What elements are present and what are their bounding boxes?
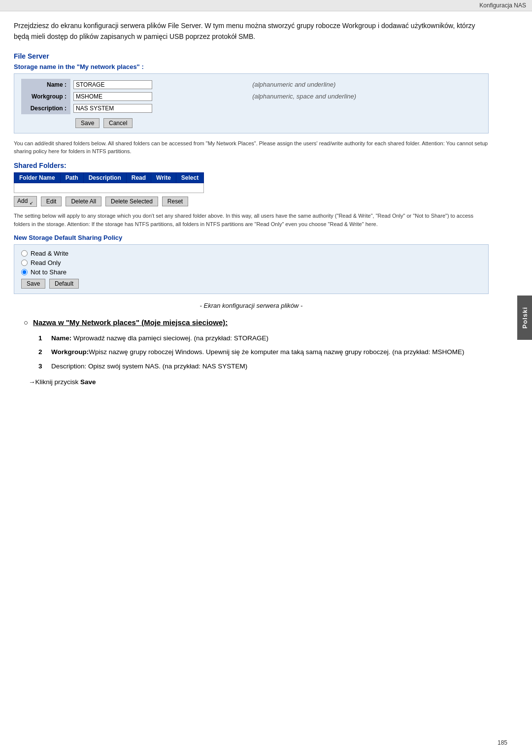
main-heading-text: Nazwa w "My Network places" (Moje miejsc…	[33, 318, 228, 327]
workgroup-input[interactable]	[73, 92, 152, 101]
policy-heading: New Storage Default Sharing Policy	[14, 234, 489, 241]
add-arrow-icon: ↙	[30, 200, 33, 205]
name-hint: (alphanumeric and underline)	[249, 79, 481, 91]
radio-read-only-input[interactable]	[21, 260, 28, 266]
shared-folders-heading: Shared Folders:	[14, 162, 489, 169]
radio-not-to-share: Not to Share	[21, 268, 481, 276]
info-text: You can add/edit shared folders below. A…	[14, 139, 489, 156]
instruction-list: 1 Name: Wprowadź nazwę dla pamięci sieci…	[24, 333, 479, 371]
side-label-wrapper: Polski	[517, 296, 532, 340]
save-button[interactable]: Save	[75, 118, 100, 128]
radio-not-to-share-label: Not to Share	[31, 268, 66, 276]
form-row-name: Name : (alphanumeric and underline)	[21, 79, 481, 91]
policy-btn-row: Save Default	[21, 279, 481, 289]
caption: - Ekran konfiguracji serwera plików -	[14, 302, 489, 309]
list-num-2: 2	[38, 347, 46, 357]
file-server-heading: File Server	[14, 52, 489, 60]
action-row: Add ↙ Edit Delete All Delete Selected Re…	[14, 196, 489, 207]
top-bar: Konfiguracja NAS	[0, 0, 532, 11]
list-item-2: 2 Workgroup:Wpisz nazwę grupy roboczej W…	[38, 347, 479, 357]
edit-button[interactable]: Edit	[41, 197, 62, 206]
add-button[interactable]: Add ↙	[14, 196, 37, 207]
list-item-1: 1 Name: Wprowadź nazwę dla pamięci sieci…	[38, 333, 479, 343]
radio-not-to-share-input[interactable]	[21, 269, 28, 275]
instructions: ○ Nazwa w "My Network places" (Moje miej…	[14, 318, 489, 386]
intro-text: Przejdziesz do ekranu konfiguracji serwe…	[14, 20, 489, 42]
top-bar-title: Konfiguracja NAS	[479, 2, 526, 9]
name-input[interactable]	[73, 80, 152, 89]
list-text-1: Name: Wprowadź nazwę dla pamięci sieciow…	[51, 333, 268, 343]
radio-read-write-input[interactable]	[21, 250, 28, 257]
col-write: Write	[151, 172, 176, 183]
cancel-button[interactable]: Cancel	[103, 118, 133, 128]
workgroup-hint: (alphanumeric, space and underline)	[249, 91, 481, 102]
list-num-3: 3	[38, 362, 46, 371]
circle-bullet-icon: ○	[24, 318, 28, 327]
list-num-1: 1	[38, 333, 46, 343]
delete-all-button[interactable]: Delete All	[66, 197, 101, 206]
col-read: Read	[126, 172, 151, 183]
description-input[interactable]	[73, 104, 152, 113]
reset-button[interactable]: Reset	[162, 197, 188, 206]
main-heading: ○ Nazwa w "My Network places" (Moje miej…	[24, 318, 479, 327]
col-path: Path	[60, 172, 83, 183]
table-header-row: Folder Name Path Description Read Write …	[14, 172, 204, 183]
radio-read-only-label: Read Only	[31, 259, 61, 266]
table-empty-row	[14, 183, 204, 193]
list-text-3: Description: Opisz swój system NAS. (na …	[51, 362, 247, 371]
main-content: Przejdziesz do ekranu konfiguracji serwe…	[0, 11, 502, 404]
form-row-workgroup: Workgroup : (alphanumeric, space and und…	[21, 91, 481, 102]
list-item-3: 3 Description: Opisz swój system NAS. (n…	[38, 362, 479, 371]
policy-default-button[interactable]: Default	[49, 279, 79, 289]
form-btn-row: Save Cancel	[21, 118, 481, 128]
save-label: Save	[80, 378, 96, 386]
radio-read-write-label: Read & Write	[31, 250, 68, 257]
shared-folders-table: Folder Name Path Description Read Write …	[14, 172, 204, 193]
side-label: Polski	[521, 307, 529, 329]
col-select: Select	[176, 172, 203, 183]
config-panel: Name : (alphanumeric and underline) Work…	[14, 73, 489, 133]
form-row-description: Description :	[21, 102, 481, 114]
delete-selected-button[interactable]: Delete Selected	[105, 197, 158, 206]
radio-read-only: Read Only	[21, 259, 481, 266]
policy-save-button[interactable]: Save	[21, 279, 45, 289]
workgroup-label: Workgroup :	[21, 91, 70, 102]
arrow-point: →Kliknij przycisk Save	[24, 378, 479, 386]
list-text-2: Workgroup:Wpisz nazwę grupy roboczej Win…	[51, 347, 465, 357]
policy-panel: Read & Write Read Only Not to Share Save…	[14, 244, 489, 294]
form-table: Name : (alphanumeric and underline) Work…	[21, 79, 481, 114]
name-label: Name :	[21, 79, 70, 91]
description-label: Description :	[21, 102, 70, 114]
page-number: 185	[498, 739, 507, 746]
storage-heading: Storage name in the "My network places" …	[14, 63, 489, 70]
radio-read-write: Read & Write	[21, 250, 481, 257]
col-folder-name: Folder Name	[14, 172, 61, 183]
col-description: Description	[83, 172, 126, 183]
policy-info-text: The setting below will apply to any stor…	[14, 212, 489, 228]
